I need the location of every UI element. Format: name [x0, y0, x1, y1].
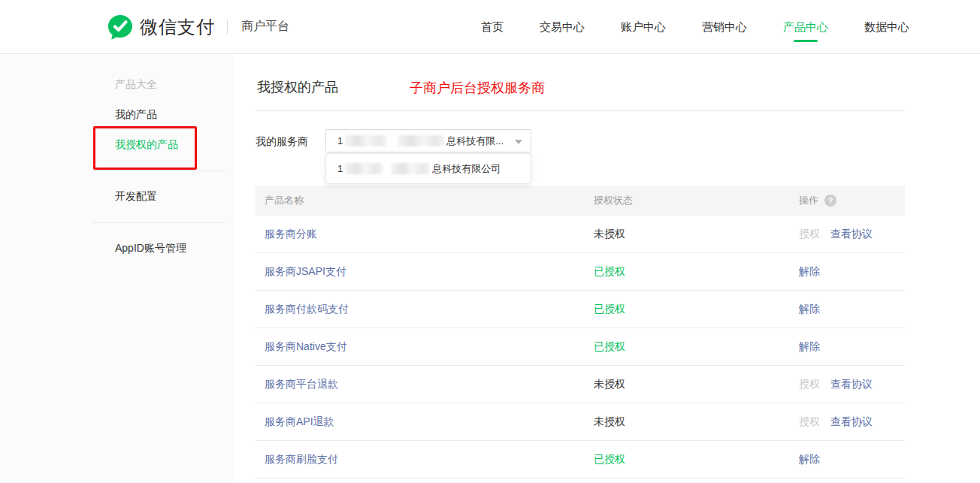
sidebar-item-active[interactable]: 我授权的产品	[0, 130, 235, 160]
top-nav-item[interactable]: 账户中心	[621, 0, 666, 54]
sidebar-item-link[interactable]: AppID账号管理	[0, 234, 235, 264]
product-name-link[interactable]: 服务商刷脸支付	[265, 453, 594, 466]
main-content: 我授权的产品 子商户后台授权服务商 我的服务商 1息科技有限... 1息科技有限…	[256, 54, 910, 483]
provider-selected-prefix: 1	[337, 135, 343, 146]
product-name-link[interactable]: 服务商分账	[265, 228, 594, 241]
top-nav-item[interactable]: 营销中心	[702, 0, 747, 54]
page-title: 我授权的产品	[257, 78, 338, 96]
provider-select[interactable]: 1息科技有限...	[325, 129, 531, 152]
product-name-link[interactable]: 服务商JSAPI支付	[265, 265, 594, 279]
merchant-platform-page: 微信支付 商户平台 首页交易中心账户中心营销中心产品中心数据中心 产品大全我的产…	[0, 0, 980, 483]
actions-cell: 授权查看协议	[799, 228, 905, 241]
table-row: 服务商付款码支付 已授权 解除	[256, 291, 905, 328]
wechat-pay-logo[interactable]: 微信支付 商户平台	[107, 14, 289, 40]
help-icon[interactable]: ?	[824, 195, 836, 207]
product-name-link[interactable]: 服务商平台退款	[265, 378, 594, 391]
actions-cell: 解除	[799, 340, 905, 354]
action-link[interactable]: 解除	[799, 340, 820, 354]
provider-label: 我的服务商	[256, 135, 308, 149]
product-name-link[interactable]: 服务商Native支付	[265, 340, 594, 354]
status-text: 未授权	[594, 228, 799, 241]
top-bar: 微信支付 商户平台 首页交易中心账户中心营销中心产品中心数据中心	[0, 0, 980, 54]
title-row: 我授权的产品 子商户后台授权服务商	[256, 78, 910, 96]
sidebar-item-link[interactable]: 我的产品	[0, 100, 235, 130]
brand-name: 微信支付	[140, 15, 215, 39]
table-row: 服务商API退款 未授权 授权查看协议	[256, 403, 905, 441]
column-header-auth-status: 授权状态	[594, 194, 799, 207]
sidebar: 产品大全我的产品我授权的产品开发配置AppID账号管理	[0, 55, 235, 483]
actions-cell: 解除	[799, 303, 905, 316]
product-name-link[interactable]: 服务商付款码支付	[265, 303, 594, 316]
table-header-row: 产品名称 授权状态 操作 ?	[256, 186, 905, 216]
action-disabled: 授权	[799, 415, 820, 429]
table-row: 服务商分账 未授权 授权查看协议	[256, 216, 905, 253]
table-row: 服务商Native支付 已授权 解除	[256, 328, 905, 366]
status-text: 未授权	[594, 415, 799, 429]
actions-cell: 授权查看协议	[799, 378, 905, 391]
top-nav-item-label: 产品中心	[783, 0, 828, 54]
redacted-text	[345, 135, 386, 146]
products-table: 产品名称 授权状态 操作 ? 服务商分账 未授权 授权查看协议 服务商JSAPI…	[256, 186, 905, 478]
top-nav-item[interactable]: 产品中心	[783, 0, 828, 54]
sidebar-divider	[93, 171, 225, 171]
sidebar-divider	[93, 222, 225, 223]
top-nav-item[interactable]: 首页	[481, 0, 504, 54]
action-link[interactable]: 查看协议	[830, 378, 873, 391]
actions-cell: 授权查看协议	[799, 415, 905, 429]
chevron-down-icon	[515, 140, 522, 144]
provider-dropdown-option[interactable]: 1息科技有限公司	[326, 154, 531, 183]
brand-divider	[227, 20, 228, 35]
red-annotation-text: 子商户后台授权服务商	[410, 79, 545, 97]
table-row: 服务商刷脸支付 已授权 解除	[256, 441, 905, 478]
sidebar-item-link[interactable]: 开发配置	[0, 182, 235, 212]
actions-cell: 解除	[799, 265, 905, 279]
action-disabled: 授权	[799, 228, 820, 241]
top-nav: 首页交易中心账户中心营销中心产品中心数据中心	[481, 0, 909, 54]
brand-subtitle: 商户平台	[241, 19, 289, 35]
status-text: 已授权	[594, 303, 799, 316]
action-link[interactable]: 解除	[799, 265, 820, 279]
table-body: 服务商分账 未授权 授权查看协议 服务商JSAPI支付 已授权 解除 服务商付款…	[256, 216, 905, 478]
status-text: 未授权	[594, 378, 799, 391]
top-nav-item[interactable]: 交易中心	[540, 0, 585, 54]
top-nav-item-label: 营销中心	[702, 0, 747, 54]
option-suffix: 息科技有限公司	[432, 162, 501, 176]
action-link[interactable]: 查看协议	[830, 228, 873, 241]
sidebar-item-link[interactable]: 产品大全	[0, 70, 235, 100]
wechat-pay-bubble-icon	[107, 14, 133, 40]
redacted-text	[391, 163, 430, 174]
status-text: 已授权	[594, 340, 799, 354]
actions-cell: 解除	[799, 453, 905, 466]
provider-dropdown-panel: 1息科技有限公司	[325, 153, 531, 184]
column-header-actions: 操作	[799, 194, 818, 207]
redacted-text	[398, 135, 444, 146]
top-nav-item-label: 数据中心	[864, 0, 909, 54]
provider-selected-suffix: 息科技有限...	[446, 134, 504, 148]
top-nav-item-label: 首页	[481, 0, 504, 54]
table-row: 服务商JSAPI支付 已授权 解除	[256, 253, 905, 291]
title-divider	[256, 110, 905, 111]
action-link[interactable]: 查看协议	[830, 415, 873, 429]
table-row: 服务商平台退款 未授权 授权查看协议	[256, 366, 905, 403]
product-name-link[interactable]: 服务商API退款	[265, 415, 594, 429]
status-text: 已授权	[594, 453, 799, 466]
action-link[interactable]: 解除	[799, 303, 820, 316]
status-text: 已授权	[594, 265, 799, 279]
top-nav-item[interactable]: 数据中心	[864, 0, 909, 54]
option-prefix: 1	[337, 163, 343, 174]
action-link[interactable]: 解除	[799, 453, 820, 466]
top-nav-item-label: 账户中心	[621, 0, 666, 54]
sidebar-nav: 产品大全我的产品我授权的产品开发配置AppID账号管理	[0, 70, 235, 264]
redacted-text	[345, 163, 383, 174]
column-header-product-name: 产品名称	[265, 194, 594, 207]
action-disabled: 授权	[799, 378, 820, 391]
top-nav-item-label: 交易中心	[540, 0, 585, 54]
